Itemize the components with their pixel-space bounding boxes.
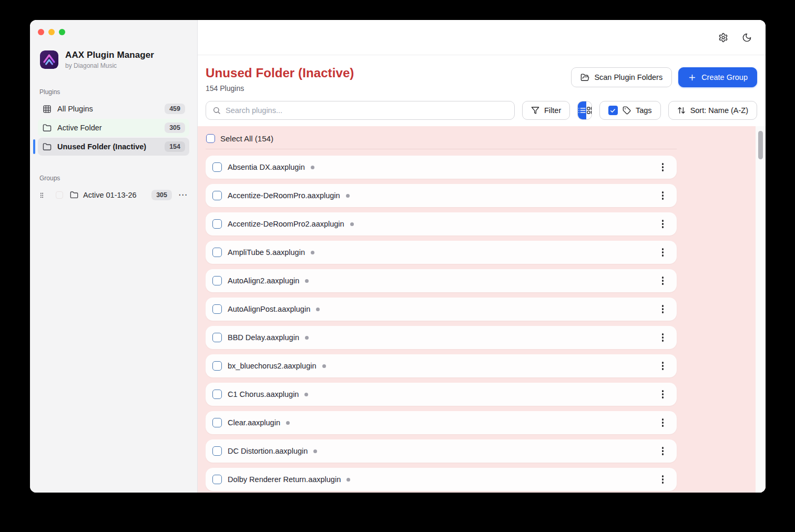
plugin-row: AutoAlign2.aaxplugin bbox=[206, 269, 677, 292]
plugin-row: AmpliTube 5.aaxplugin bbox=[206, 241, 677, 264]
grid-view-button[interactable] bbox=[586, 101, 592, 119]
grid-icon bbox=[43, 105, 52, 114]
plugin-name: BBD Delay.aaxplugin bbox=[228, 333, 299, 342]
row-menu-button[interactable] bbox=[659, 472, 667, 487]
plugin-checkbox[interactable] bbox=[212, 361, 222, 371]
app-subtitle: by Diagonal Music bbox=[65, 62, 154, 69]
filter-button-label: Filter bbox=[544, 106, 561, 115]
status-dot bbox=[304, 393, 308, 396]
plugin-list-area: Select All (154) Absentia DX.aaxplugin A… bbox=[198, 126, 766, 493]
scrollbar-thumb[interactable] bbox=[758, 131, 763, 159]
row-menu-button[interactable] bbox=[659, 273, 667, 288]
count-badge: 305 bbox=[165, 122, 185, 134]
plugin-checkbox[interactable] bbox=[212, 191, 222, 200]
main-panel: Unused Folder (Inactive) 154 Plugins Sca… bbox=[198, 20, 766, 493]
plugin-checkbox[interactable] bbox=[212, 333, 222, 342]
plugin-row: Dolby Renderer Return.aaxplugin bbox=[206, 468, 677, 491]
status-dot bbox=[322, 364, 326, 368]
status-dot bbox=[305, 279, 309, 283]
plugins-section-label: Plugins bbox=[39, 88, 189, 96]
sort-arrows-icon bbox=[677, 106, 686, 115]
close-window-button[interactable] bbox=[38, 29, 44, 35]
view-mode-toggle bbox=[577, 101, 592, 120]
sidebar: AAX Plugin Manager by Diagonal Music Plu… bbox=[30, 20, 198, 493]
create-group-button[interactable]: Create Group bbox=[678, 67, 757, 87]
search-icon bbox=[212, 106, 221, 115]
status-dot bbox=[316, 308, 320, 311]
count-badge: 154 bbox=[165, 141, 185, 152]
row-menu-button[interactable] bbox=[659, 330, 667, 345]
group-checkbox[interactable] bbox=[56, 191, 63, 199]
scan-button-label: Scan Plugin Folders bbox=[594, 73, 662, 81]
plugin-checkbox[interactable] bbox=[212, 390, 222, 399]
row-menu-button[interactable] bbox=[659, 415, 667, 430]
plugin-row: DC Distortion.aaxplugin bbox=[206, 439, 677, 463]
plugin-list: Absentia DX.aaxplugin Accentize-DeRoomPr… bbox=[206, 156, 677, 491]
scrollbar-track[interactable] bbox=[756, 126, 766, 493]
plugin-checkbox[interactable] bbox=[212, 276, 222, 285]
plugin-checkbox[interactable] bbox=[212, 162, 222, 172]
plugin-name: Absentia DX.aaxplugin bbox=[228, 163, 305, 171]
plugin-row: bx_bluechorus2.aaxplugin bbox=[206, 354, 677, 377]
plugin-name: AutoAlignPost.aaxplugin bbox=[228, 305, 310, 313]
row-menu-button[interactable] bbox=[659, 188, 667, 203]
plugin-name: Clear.aaxplugin bbox=[228, 418, 280, 427]
plugin-checkbox[interactable] bbox=[212, 418, 222, 427]
grid-view-icon bbox=[586, 106, 592, 115]
plugin-name: Dolby Renderer Return.aaxplugin bbox=[228, 475, 341, 484]
row-menu-button[interactable] bbox=[659, 245, 667, 260]
plugin-checkbox[interactable] bbox=[212, 219, 222, 229]
moon-icon[interactable] bbox=[742, 33, 752, 43]
plugin-checkbox[interactable] bbox=[212, 248, 222, 257]
count-badge: 459 bbox=[165, 104, 185, 115]
filter-icon bbox=[531, 106, 539, 115]
minimize-window-button[interactable] bbox=[48, 29, 55, 35]
drag-handle-icon[interactable] bbox=[38, 191, 45, 199]
row-menu-button[interactable] bbox=[659, 359, 667, 373]
sort-button[interactable]: Sort: Name (A-Z) bbox=[668, 101, 757, 120]
row-menu-button[interactable] bbox=[659, 160, 667, 175]
plugin-name: DC Distortion.aaxplugin bbox=[228, 447, 308, 455]
status-dot bbox=[305, 336, 309, 340]
page-subtitle: 154 Plugins bbox=[206, 84, 354, 93]
app-window: AAX Plugin Manager by Diagonal Music Plu… bbox=[30, 20, 766, 493]
status-dot bbox=[346, 194, 350, 198]
plugin-name: AmpliTube 5.aaxplugin bbox=[228, 248, 305, 257]
plugin-name: Accentize-DeRoomPro2.aaxplugin bbox=[228, 220, 344, 228]
check-icon bbox=[610, 108, 616, 114]
group-name: Active 01-13-26 bbox=[83, 191, 151, 199]
row-menu-button[interactable] bbox=[659, 387, 667, 402]
search-box bbox=[206, 101, 515, 120]
create-button-label: Create Group bbox=[701, 73, 748, 81]
plugin-checkbox[interactable] bbox=[212, 446, 222, 456]
group-menu-button[interactable]: ⋯ bbox=[178, 193, 188, 197]
tags-checkbox[interactable] bbox=[608, 106, 618, 115]
sidebar-item-active-folder[interactable]: Active Folder 305 bbox=[38, 119, 189, 137]
tag-icon bbox=[623, 106, 631, 115]
search-input[interactable] bbox=[226, 106, 508, 115]
folder-open-icon bbox=[580, 73, 589, 82]
row-menu-button[interactable] bbox=[659, 302, 667, 316]
settings-icon[interactable] bbox=[718, 33, 728, 43]
group-item[interactable]: Active 01-13-26 305 ⋯ bbox=[38, 186, 189, 204]
status-dot bbox=[311, 166, 314, 169]
status-dot bbox=[311, 251, 314, 254]
plugin-name: C1 Chorus.aaxplugin bbox=[228, 390, 299, 398]
page-title: Unused Folder (Inactive) bbox=[206, 66, 354, 80]
list-view-icon bbox=[578, 106, 586, 115]
plugin-checkbox[interactable] bbox=[212, 304, 222, 314]
row-menu-button[interactable] bbox=[659, 217, 667, 231]
scan-plugin-folders-button[interactable]: Scan Plugin Folders bbox=[571, 67, 672, 87]
select-all-checkbox[interactable] bbox=[206, 134, 215, 143]
filter-button[interactable]: Filter bbox=[522, 101, 570, 120]
row-menu-button[interactable] bbox=[659, 444, 667, 458]
tags-toggle-button[interactable]: Tags bbox=[599, 101, 661, 120]
plugin-checkbox[interactable] bbox=[212, 475, 222, 484]
list-view-button[interactable] bbox=[578, 101, 586, 119]
plugin-row: Clear.aaxplugin bbox=[206, 411, 677, 434]
zoom-window-button[interactable] bbox=[59, 29, 65, 35]
tags-button-label: Tags bbox=[636, 106, 652, 115]
sidebar-item-unused-folder[interactable]: Unused Folder (Inactive) 154 bbox=[38, 138, 189, 156]
sidebar-item-all-plugins[interactable]: All Plugins 459 bbox=[38, 100, 189, 118]
main-topbar bbox=[198, 20, 766, 55]
